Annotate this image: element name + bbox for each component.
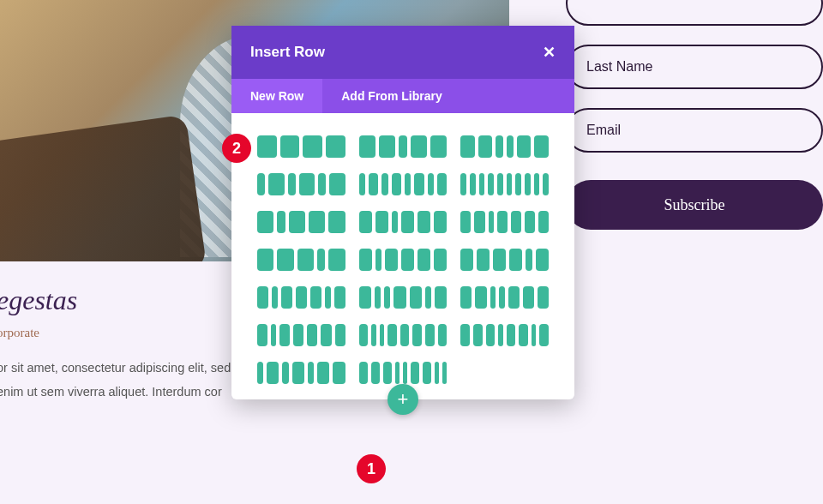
layout-col <box>392 173 401 195</box>
layout-col <box>333 362 345 384</box>
layout-option-8[interactable] <box>359 211 448 233</box>
layout-col <box>385 249 398 271</box>
layout-col <box>434 249 447 271</box>
layout-col <box>371 362 380 384</box>
layout-col <box>277 211 285 233</box>
layout-col <box>437 173 447 195</box>
callout-1: 1 <box>357 454 386 483</box>
modal-title: Insert Row <box>250 44 325 61</box>
layout-col <box>359 249 372 271</box>
layout-option-6[interactable] <box>460 173 549 195</box>
layout-col <box>517 135 532 158</box>
layout-option-4[interactable] <box>257 173 345 195</box>
layout-col <box>326 135 345 158</box>
layout-col <box>442 362 447 384</box>
layout-col <box>297 249 314 271</box>
last-name-field[interactable]: Last Name <box>566 45 823 89</box>
layout-option-16[interactable] <box>257 324 345 346</box>
layout-col <box>414 173 424 195</box>
layout-col <box>375 249 382 271</box>
layout-col <box>292 362 304 384</box>
layout-col <box>534 135 549 158</box>
layout-option-9[interactable] <box>460 211 549 233</box>
layout-col <box>257 211 273 233</box>
layout-col <box>497 211 508 233</box>
subscribe-form: Last Name Email Subscribe <box>566 0 823 230</box>
layout-col <box>334 286 345 309</box>
add-row-button[interactable]: + <box>387 384 418 415</box>
layout-col <box>359 324 369 346</box>
layout-col <box>310 286 321 309</box>
layout-option-17[interactable] <box>359 324 448 346</box>
layout-col <box>296 286 307 309</box>
layout-col <box>281 286 292 309</box>
layout-option-13[interactable] <box>257 286 345 309</box>
subscribe-button[interactable]: Subscribe <box>566 180 823 230</box>
layout-col <box>309 211 325 233</box>
layout-col <box>525 173 531 195</box>
layout-col <box>369 173 378 195</box>
layout-col <box>335 324 345 346</box>
tab-new-row[interactable]: New Row <box>231 79 322 113</box>
layout-col <box>460 135 475 158</box>
layout-col <box>375 211 388 233</box>
layout-col <box>496 135 502 158</box>
layout-col <box>534 173 540 195</box>
layout-col <box>508 286 520 309</box>
layout-option-5[interactable] <box>359 173 448 195</box>
layout-col <box>430 135 447 158</box>
layout-option-12[interactable] <box>460 249 549 271</box>
tab-add-from-library[interactable]: Add From Library <box>322 79 460 113</box>
layout-option-2[interactable] <box>359 135 448 158</box>
layout-col <box>478 135 493 158</box>
layout-col <box>423 362 431 384</box>
layout-col <box>475 286 486 309</box>
layout-option-18[interactable] <box>460 324 549 346</box>
layout-col <box>268 173 284 195</box>
layout-col <box>477 249 490 271</box>
layout-col <box>371 324 375 346</box>
layout-col <box>489 211 494 233</box>
layout-col <box>509 249 522 271</box>
layout-col <box>308 362 314 384</box>
layout-grid <box>231 113 574 399</box>
layout-option-19[interactable] <box>257 362 345 384</box>
first-name-field[interactable] <box>566 0 823 26</box>
layout-option-1[interactable] <box>257 135 345 158</box>
insert-row-modal: Insert Row ✕ New Row Add From Library + <box>231 26 574 399</box>
email-field[interactable]: Email <box>566 108 823 153</box>
layout-option-11[interactable] <box>359 249 448 271</box>
layout-option-3[interactable] <box>460 135 549 158</box>
layout-col <box>425 286 431 309</box>
layout-col <box>532 324 536 346</box>
layout-col <box>428 173 434 195</box>
layout-col <box>425 324 435 346</box>
layout-col <box>511 211 521 233</box>
layout-col <box>395 362 399 384</box>
layout-col <box>257 286 268 309</box>
layout-col <box>538 286 549 309</box>
layout-col <box>401 211 414 233</box>
layout-col <box>435 286 447 309</box>
layout-col <box>303 135 322 158</box>
layout-col <box>383 362 392 384</box>
layout-col <box>418 249 430 271</box>
layout-col <box>460 211 471 233</box>
close-icon[interactable]: ✕ <box>543 43 556 62</box>
layout-col <box>359 362 368 384</box>
layout-option-15[interactable] <box>460 286 549 309</box>
layout-col <box>479 173 485 195</box>
layout-col <box>401 249 414 271</box>
layout-option-7[interactable] <box>257 211 345 233</box>
layout-option-20[interactable] <box>359 362 448 384</box>
layout-col <box>267 362 279 384</box>
layout-col <box>488 173 494 195</box>
layout-col <box>328 249 345 271</box>
layout-col <box>379 135 395 158</box>
layout-col <box>271 324 276 346</box>
layout-col <box>507 173 513 195</box>
layout-option-10[interactable] <box>257 249 345 271</box>
layout-col <box>499 286 505 309</box>
layout-option-14[interactable] <box>359 286 448 309</box>
layout-col <box>411 362 419 384</box>
